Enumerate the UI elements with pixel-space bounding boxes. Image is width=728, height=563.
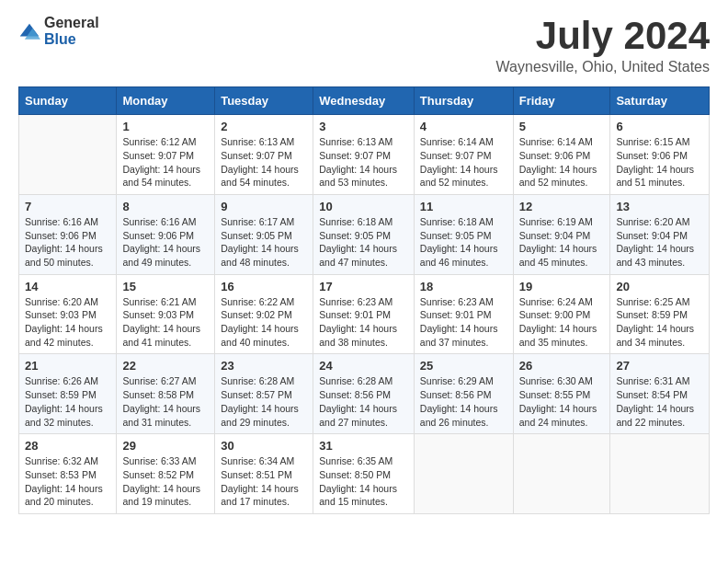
daylight-text: Daylight: 14 hours and 37 minutes. <box>420 322 507 349</box>
day-info: Sunrise: 6:17 AM Sunset: 9:05 PM Dayligh… <box>221 215 307 270</box>
table-row: 27 Sunrise: 6:31 AM Sunset: 8:54 PM Dayl… <box>610 354 710 434</box>
header-thursday: Thursday <box>414 87 513 115</box>
table-row: 20 Sunrise: 6:25 AM Sunset: 8:59 PM Dayl… <box>610 274 710 354</box>
day-number: 17 <box>319 280 408 293</box>
table-row: 28 Sunrise: 6:32 AM Sunset: 8:53 PM Dayl… <box>19 434 117 514</box>
sunset-text: Sunset: 9:06 PM <box>122 229 209 243</box>
daylight-text: Daylight: 14 hours and 15 minutes. <box>319 482 408 509</box>
sunset-text: Sunset: 8:51 PM <box>221 468 307 482</box>
calendar-week-row: 21 Sunrise: 6:26 AM Sunset: 8:59 PM Dayl… <box>19 354 710 434</box>
daylight-text: Daylight: 14 hours and 48 minutes. <box>221 242 307 269</box>
sunrise-text: Sunrise: 6:17 AM <box>221 215 307 229</box>
day-number: 12 <box>519 200 605 213</box>
daylight-text: Daylight: 14 hours and 22 minutes. <box>616 402 703 429</box>
day-info: Sunrise: 6:26 AM Sunset: 8:59 PM Dayligh… <box>25 374 110 429</box>
day-info: Sunrise: 6:12 AM Sunset: 9:07 PM Dayligh… <box>122 135 209 190</box>
daylight-text: Daylight: 14 hours and 46 minutes. <box>420 242 507 269</box>
logo-blue: Blue <box>44 31 76 47</box>
sunset-text: Sunset: 9:06 PM <box>519 149 605 163</box>
table-row: 10 Sunrise: 6:18 AM Sunset: 9:05 PM Dayl… <box>313 194 415 274</box>
table-row: 1 Sunrise: 6:12 AM Sunset: 9:07 PM Dayli… <box>117 115 215 195</box>
day-info: Sunrise: 6:28 AM Sunset: 8:56 PM Dayligh… <box>319 374 408 429</box>
sunrise-text: Sunrise: 6:35 AM <box>319 454 408 468</box>
day-info: Sunrise: 6:35 AM Sunset: 8:50 PM Dayligh… <box>319 454 408 509</box>
day-info: Sunrise: 6:33 AM Sunset: 8:52 PM Dayligh… <box>122 454 209 509</box>
sunrise-text: Sunrise: 6:34 AM <box>221 454 307 468</box>
daylight-text: Daylight: 14 hours and 43 minutes. <box>616 242 703 269</box>
sunrise-text: Sunrise: 6:16 AM <box>25 215 110 229</box>
table-row: 19 Sunrise: 6:24 AM Sunset: 9:00 PM Dayl… <box>513 274 610 354</box>
daylight-text: Daylight: 14 hours and 34 minutes. <box>616 322 703 349</box>
sunset-text: Sunset: 9:05 PM <box>221 229 307 243</box>
table-row: 29 Sunrise: 6:33 AM Sunset: 8:52 PM Dayl… <box>117 434 215 514</box>
day-info: Sunrise: 6:13 AM Sunset: 9:07 PM Dayligh… <box>319 135 408 190</box>
sunrise-text: Sunrise: 6:28 AM <box>221 374 307 388</box>
sunrise-text: Sunrise: 6:18 AM <box>319 215 408 229</box>
day-info: Sunrise: 6:15 AM Sunset: 9:06 PM Dayligh… <box>616 135 703 190</box>
sunset-text: Sunset: 9:04 PM <box>616 229 703 243</box>
table-row: 18 Sunrise: 6:23 AM Sunset: 9:01 PM Dayl… <box>414 274 513 354</box>
sunset-text: Sunset: 9:02 PM <box>221 308 307 322</box>
day-number: 11 <box>420 200 507 213</box>
sunrise-text: Sunrise: 6:22 AM <box>221 295 307 309</box>
day-info: Sunrise: 6:32 AM Sunset: 8:53 PM Dayligh… <box>25 454 110 509</box>
table-row: 16 Sunrise: 6:22 AM Sunset: 9:02 PM Dayl… <box>215 274 313 354</box>
sunrise-text: Sunrise: 6:12 AM <box>122 135 209 149</box>
table-row: 8 Sunrise: 6:16 AM Sunset: 9:06 PM Dayli… <box>117 194 215 274</box>
sunset-text: Sunset: 9:07 PM <box>122 149 209 163</box>
day-number: 2 <box>221 120 307 133</box>
header-tuesday: Tuesday <box>215 87 313 115</box>
daylight-text: Daylight: 14 hours and 24 minutes. <box>519 402 605 429</box>
day-number: 5 <box>519 120 605 133</box>
calendar-week-row: 14 Sunrise: 6:20 AM Sunset: 9:03 PM Dayl… <box>19 274 710 354</box>
day-number: 19 <box>519 280 605 293</box>
sunset-text: Sunset: 9:07 PM <box>221 149 307 163</box>
daylight-text: Daylight: 14 hours and 26 minutes. <box>420 402 507 429</box>
daylight-text: Daylight: 14 hours and 50 minutes. <box>25 242 110 269</box>
day-number: 24 <box>319 359 408 373</box>
sunset-text: Sunset: 9:05 PM <box>420 229 507 243</box>
sunset-text: Sunset: 9:07 PM <box>319 149 408 163</box>
daylight-text: Daylight: 14 hours and 54 minutes. <box>221 163 307 190</box>
daylight-text: Daylight: 14 hours and 51 minutes. <box>616 163 703 190</box>
day-info: Sunrise: 6:25 AM Sunset: 8:59 PM Dayligh… <box>616 295 703 350</box>
daylight-text: Daylight: 14 hours and 45 minutes. <box>519 242 605 269</box>
day-number: 22 <box>122 359 209 373</box>
sunset-text: Sunset: 8:57 PM <box>221 388 307 402</box>
daylight-text: Daylight: 14 hours and 52 minutes. <box>519 163 605 190</box>
header: General Blue July 2024 Waynesville, Ohio… <box>18 15 710 75</box>
day-number: 7 <box>25 200 110 213</box>
day-info: Sunrise: 6:21 AM Sunset: 9:03 PM Dayligh… <box>122 295 209 350</box>
sunrise-text: Sunrise: 6:26 AM <box>25 374 110 388</box>
table-row: 24 Sunrise: 6:28 AM Sunset: 8:56 PM Dayl… <box>313 354 415 434</box>
calendar-header-row: Sunday Monday Tuesday Wednesday Thursday… <box>19 87 710 115</box>
daylight-text: Daylight: 14 hours and 53 minutes. <box>319 163 408 190</box>
sunset-text: Sunset: 8:59 PM <box>616 308 703 322</box>
day-info: Sunrise: 6:14 AM Sunset: 9:06 PM Dayligh… <box>519 135 605 190</box>
logo-text: General Blue <box>44 15 99 48</box>
sunset-text: Sunset: 9:03 PM <box>122 308 209 322</box>
sunrise-text: Sunrise: 6:28 AM <box>319 374 408 388</box>
daylight-text: Daylight: 14 hours and 49 minutes. <box>122 242 209 269</box>
calendar-week-row: 7 Sunrise: 6:16 AM Sunset: 9:06 PM Dayli… <box>19 194 710 274</box>
sunrise-text: Sunrise: 6:18 AM <box>420 215 507 229</box>
day-number: 16 <box>221 280 307 293</box>
sunrise-text: Sunrise: 6:31 AM <box>616 374 703 388</box>
sunrise-text: Sunrise: 6:20 AM <box>25 295 110 309</box>
table-row <box>513 434 610 514</box>
daylight-text: Daylight: 14 hours and 54 minutes. <box>122 163 209 190</box>
table-row <box>610 434 710 514</box>
day-info: Sunrise: 6:27 AM Sunset: 8:58 PM Dayligh… <box>122 374 209 429</box>
table-row: 2 Sunrise: 6:13 AM Sunset: 9:07 PM Dayli… <box>215 115 313 195</box>
sunset-text: Sunset: 9:06 PM <box>616 149 703 163</box>
header-wednesday: Wednesday <box>313 87 415 115</box>
daylight-text: Daylight: 14 hours and 52 minutes. <box>420 163 507 190</box>
table-row: 23 Sunrise: 6:28 AM Sunset: 8:57 PM Dayl… <box>215 354 313 434</box>
table-row: 9 Sunrise: 6:17 AM Sunset: 9:05 PM Dayli… <box>215 194 313 274</box>
header-saturday: Saturday <box>610 87 710 115</box>
day-info: Sunrise: 6:31 AM Sunset: 8:54 PM Dayligh… <box>616 374 703 429</box>
day-number: 4 <box>420 120 507 133</box>
location-title: Waynesville, Ohio, United States <box>496 59 710 75</box>
daylight-text: Daylight: 14 hours and 47 minutes. <box>319 242 408 269</box>
day-info: Sunrise: 6:34 AM Sunset: 8:51 PM Dayligh… <box>221 454 307 509</box>
